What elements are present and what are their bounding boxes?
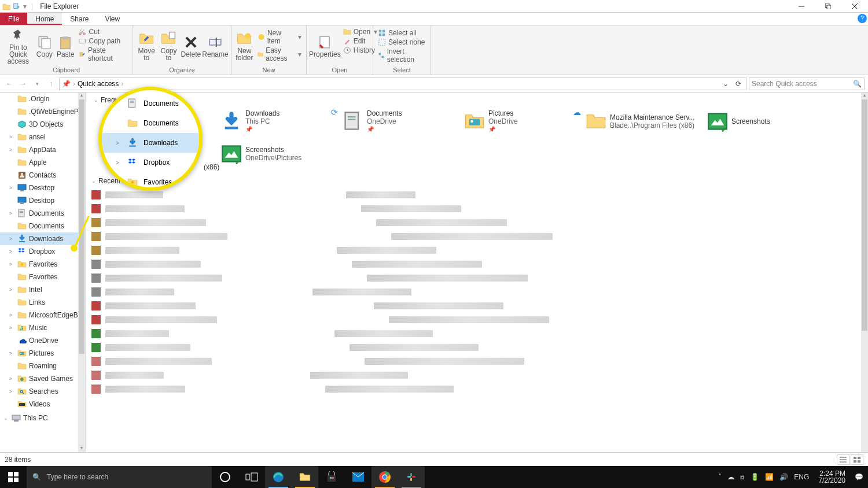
tray-volume-icon[interactable]: 🔊 — [779, 473, 788, 481]
frequent-folder-tile[interactable]: Screenshots✔ — [706, 105, 827, 138]
content-scrollbar[interactable]: ▴ — [861, 93, 868, 452]
nav-item[interactable]: >Roaming — [0, 360, 85, 372]
recent-file-row[interactable] — [91, 202, 862, 215]
recent-file-row[interactable] — [91, 272, 862, 284]
nav-item[interactable]: >MicrosoftEdgeB — [0, 309, 85, 321]
nav-item[interactable]: >Downloads — [0, 232, 85, 245]
recent-file-row[interactable] — [91, 327, 862, 340]
search-input[interactable]: Search Quick access 🔍 — [749, 77, 865, 90]
task-view-button[interactable] — [238, 466, 265, 488]
tray-dropbox-icon[interactable]: ⧈ — [740, 473, 745, 481]
invert-selection-button[interactable]: Invert selection — [376, 47, 428, 64]
paste-shortcut-button[interactable]: Paste shortcut — [76, 46, 130, 62]
cut-button[interactable]: Cut — [76, 28, 130, 36]
tray-notifications-icon[interactable]: 💬 — [855, 473, 863, 481]
recent-file-row[interactable] — [91, 286, 862, 298]
recent-file-row[interactable] — [91, 383, 862, 395]
nav-item[interactable]: >3D Objects — [0, 118, 85, 131]
properties-button[interactable]: Properties — [309, 27, 341, 65]
select-none-button[interactable]: Select none — [376, 38, 428, 46]
tray-battery-icon[interactable]: 🔋 — [751, 473, 759, 481]
copy-to-button[interactable]: Copy to — [157, 27, 179, 65]
easy-access-button[interactable]: Easy access▾ — [255, 46, 304, 62]
recent-file-row[interactable] — [91, 341, 862, 354]
address-dropdown-icon[interactable]: ⌄ — [720, 80, 731, 88]
nav-item[interactable]: >Favorites — [0, 258, 85, 271]
tray-language[interactable]: ENG — [794, 473, 809, 481]
taskbar-slack[interactable] — [398, 466, 425, 488]
nav-item[interactable]: >.Origin — [0, 93, 85, 105]
nav-item[interactable]: >Music — [0, 321, 85, 334]
nav-item[interactable]: >AppData — [0, 143, 85, 156]
maximize-button[interactable] — [815, 0, 841, 13]
tab-view[interactable]: View — [97, 13, 128, 25]
tab-share[interactable]: Share — [62, 13, 97, 25]
nav-item[interactable]: >Links — [0, 296, 85, 309]
copy-path-button[interactable]: Copy path — [76, 37, 130, 45]
thumbnails-view-button[interactable] — [851, 454, 863, 465]
cortana-button[interactable] — [212, 466, 238, 488]
details-view-button[interactable] — [837, 454, 849, 465]
new-item-button[interactable]: New item▾ — [255, 29, 304, 45]
nav-item[interactable]: >Documents — [0, 207, 85, 220]
group-header-recent[interactable]: ⌄Recent files (20) — [86, 173, 868, 186]
recent-file-row[interactable] — [91, 258, 862, 271]
frequent-folder-tile[interactable]: Mozilla Maintenance Serv...Blade..\Progr… — [584, 105, 706, 138]
frequent-folder-tile[interactable]: DownloadsThis PC📌⟳ — [220, 105, 341, 138]
recent-file-row[interactable] — [91, 313, 862, 326]
recent-file-row[interactable] — [91, 244, 862, 257]
tray-onedrive-icon[interactable]: ☁ — [727, 473, 734, 481]
move-to-button[interactable]: Move to — [135, 27, 157, 65]
nav-scrollbar[interactable]: ▴ ▾ — [78, 93, 85, 452]
nav-item[interactable]: >Contacts — [0, 169, 85, 182]
system-tray[interactable]: ˄ ☁ ⧈ 🔋 📶 🔊 ENG 2:24 PM 7/2/2020 💬 — [713, 470, 868, 484]
refresh-icon[interactable]: ⟳ — [733, 80, 744, 88]
breadcrumb[interactable]: Quick access — [78, 80, 119, 88]
recent-file-row[interactable] — [91, 188, 862, 201]
nav-item[interactable]: >ansel — [0, 131, 85, 143]
recent-file-row[interactable] — [91, 355, 862, 368]
nav-pane[interactable]: >.Origin>.QtWebEngineP>3D Objects>ansel>… — [0, 93, 86, 452]
nav-item[interactable]: >Favorites — [0, 271, 85, 283]
taskbar-chrome[interactable] — [372, 466, 398, 488]
taskbar-explorer[interactable] — [292, 466, 318, 488]
help-icon[interactable]: ? — [858, 14, 867, 23]
group-header-frequent[interactable]: ⌄Frequent folders — [88, 93, 868, 105]
close-button[interactable] — [841, 0, 868, 13]
taskbar-edge[interactable] — [265, 466, 292, 488]
recent-file-row[interactable] — [91, 216, 862, 229]
tab-home[interactable]: Home — [27, 13, 62, 25]
start-button[interactable] — [0, 466, 27, 488]
nav-item[interactable]: >Apple — [0, 156, 85, 169]
nav-item[interactable]: >Desktop — [0, 182, 85, 194]
frequent-folder-tile[interactable]: DocumentsOneDrive📌 — [341, 105, 463, 138]
qat-properties-icon[interactable] — [13, 2, 21, 10]
tray-chevron-up-icon[interactable]: ˄ — [718, 473, 722, 481]
nav-item[interactable]: >OneDrive — [0, 334, 85, 347]
nav-forward-button[interactable]: → — [17, 80, 29, 88]
nav-item[interactable]: >Searches — [0, 385, 85, 398]
taskbar-search[interactable]: 🔍 Type here to search — [27, 466, 212, 488]
nav-item[interactable]: >Saved Games — [0, 372, 85, 385]
nav-item[interactable]: >Documents — [0, 220, 85, 232]
recent-file-row[interactable] — [91, 369, 862, 382]
nav-item[interactable]: >Pictures — [0, 347, 85, 360]
rename-button[interactable]: Rename — [202, 27, 229, 65]
taskbar-mail[interactable] — [345, 466, 372, 488]
pin-to-quick-access-button[interactable]: Pin to Quick access — [2, 27, 34, 65]
copy-button[interactable]: Copy — [34, 27, 55, 65]
nav-recent-dropdown[interactable]: ▾ — [31, 81, 43, 87]
nav-up-button[interactable]: ↑ — [45, 80, 57, 88]
content-pane[interactable]: ⌄Frequent folders DownloadsThis PC📌⟳Docu… — [86, 93, 868, 452]
recent-file-row[interactable] — [91, 230, 862, 243]
nav-this-pc[interactable]: ⌄ This PC — [0, 412, 85, 424]
nav-item[interactable]: >.QtWebEngineP — [0, 105, 85, 118]
new-folder-button[interactable]: New folder — [234, 27, 255, 65]
nav-item[interactable]: >Intel — [0, 283, 85, 296]
frequent-folder-tile[interactable]: PicturesOneDrive📌☁ — [463, 105, 584, 138]
frequent-folder-tile[interactable]: ScreenshotsOneDrive\Pictures✔ — [220, 138, 341, 170]
nav-item[interactable]: >Desktop — [0, 194, 85, 207]
nav-back-button[interactable]: ← — [3, 80, 15, 88]
paste-button[interactable]: Paste — [55, 27, 76, 65]
delete-button[interactable]: Delete — [180, 27, 202, 65]
